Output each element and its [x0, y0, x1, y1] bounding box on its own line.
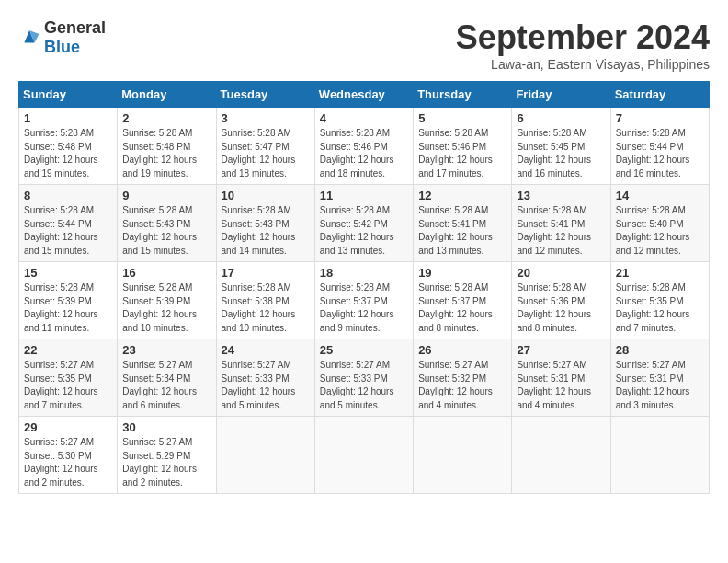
- table-row: [414, 417, 512, 494]
- day-detail: Sunrise: 5:27 AMSunset: 5:34 PMDaylight:…: [122, 360, 197, 410]
- table-row: 2Sunrise: 5:28 AMSunset: 5:48 PMDaylight…: [118, 108, 216, 185]
- table-row: 28Sunrise: 5:27 AMSunset: 5:31 PMDayligh…: [610, 339, 709, 417]
- day-detail: Sunrise: 5:28 AMSunset: 5:46 PMDaylight:…: [320, 128, 394, 178]
- calendar-row: 22Sunrise: 5:27 AMSunset: 5:35 PMDayligh…: [19, 339, 710, 417]
- col-saturday: Saturday: [610, 82, 709, 108]
- day-detail: Sunrise: 5:27 AMSunset: 5:30 PMDaylight:…: [24, 437, 98, 488]
- day-number: 15: [24, 266, 112, 280]
- table-row: 21Sunrise: 5:28 AMSunset: 5:35 PMDayligh…: [610, 262, 709, 339]
- day-number: 20: [517, 266, 605, 280]
- table-row: 18Sunrise: 5:28 AMSunset: 5:37 PMDayligh…: [314, 262, 413, 339]
- day-detail: Sunrise: 5:28 AMSunset: 5:45 PMDaylight:…: [517, 128, 591, 178]
- table-row: [314, 417, 413, 494]
- day-number: 29: [24, 420, 112, 434]
- col-thursday: Thursday: [414, 82, 512, 108]
- day-detail: Sunrise: 5:28 AMSunset: 5:36 PMDaylight:…: [517, 282, 591, 333]
- day-detail: Sunrise: 5:28 AMSunset: 5:39 PMDaylight:…: [24, 282, 98, 333]
- day-number: 11: [320, 189, 408, 202]
- logo: General Blue: [18, 18, 106, 57]
- day-number: 22: [24, 343, 112, 357]
- day-number: 16: [122, 266, 210, 280]
- day-number: 26: [418, 343, 506, 357]
- day-number: 17: [222, 266, 310, 280]
- table-row: 1Sunrise: 5:28 AMSunset: 5:48 PMDaylight…: [19, 108, 118, 185]
- col-wednesday: Wednesday: [314, 82, 413, 108]
- table-row: 9Sunrise: 5:28 AMSunset: 5:43 PMDaylight…: [118, 185, 216, 262]
- day-detail: Sunrise: 5:28 AMSunset: 5:37 PMDaylight:…: [418, 282, 493, 333]
- day-number: 19: [418, 266, 506, 280]
- table-row: 14Sunrise: 5:28 AMSunset: 5:40 PMDayligh…: [610, 185, 709, 262]
- day-detail: Sunrise: 5:28 AMSunset: 5:41 PMDaylight:…: [418, 205, 493, 256]
- day-detail: Sunrise: 5:28 AMSunset: 5:48 PMDaylight:…: [24, 128, 98, 178]
- calendar-table: Sunday Monday Tuesday Wednesday Thursday…: [18, 81, 710, 494]
- day-detail: Sunrise: 5:28 AMSunset: 5:47 PMDaylight:…: [222, 128, 296, 178]
- table-row: 8Sunrise: 5:28 AMSunset: 5:44 PMDaylight…: [19, 185, 118, 262]
- table-row: 24Sunrise: 5:27 AMSunset: 5:33 PMDayligh…: [216, 339, 314, 417]
- location-subtitle: Lawa-an, Eastern Visayas, Philippines: [456, 57, 710, 72]
- day-number: 24: [222, 343, 310, 357]
- day-number: 2: [122, 111, 210, 125]
- table-row: 3Sunrise: 5:28 AMSunset: 5:47 PMDaylight…: [216, 108, 314, 185]
- day-number: 25: [320, 343, 408, 357]
- day-detail: Sunrise: 5:28 AMSunset: 5:35 PMDaylight:…: [616, 282, 690, 333]
- table-row: 22Sunrise: 5:27 AMSunset: 5:35 PMDayligh…: [19, 339, 118, 417]
- table-row: 10Sunrise: 5:28 AMSunset: 5:43 PMDayligh…: [216, 185, 314, 262]
- day-number: 14: [616, 189, 704, 202]
- col-monday: Monday: [118, 82, 216, 108]
- day-detail: Sunrise: 5:28 AMSunset: 5:37 PMDaylight:…: [320, 282, 394, 333]
- table-row: 7Sunrise: 5:28 AMSunset: 5:44 PMDaylight…: [610, 108, 709, 185]
- month-title: September 2024: [456, 18, 710, 57]
- table-row: 23Sunrise: 5:27 AMSunset: 5:34 PMDayligh…: [118, 339, 216, 417]
- day-detail: Sunrise: 5:28 AMSunset: 5:41 PMDaylight:…: [517, 205, 591, 256]
- day-detail: Sunrise: 5:28 AMSunset: 5:44 PMDaylight:…: [24, 205, 98, 256]
- table-row: 16Sunrise: 5:28 AMSunset: 5:39 PMDayligh…: [118, 262, 216, 339]
- table-row: 13Sunrise: 5:28 AMSunset: 5:41 PMDayligh…: [512, 185, 610, 262]
- day-number: 18: [320, 266, 408, 280]
- day-number: 1: [24, 111, 112, 125]
- table-row: 20Sunrise: 5:28 AMSunset: 5:36 PMDayligh…: [512, 262, 610, 339]
- calendar-row: 8Sunrise: 5:28 AMSunset: 5:44 PMDaylight…: [19, 185, 710, 262]
- table-row: 19Sunrise: 5:28 AMSunset: 5:37 PMDayligh…: [414, 262, 512, 339]
- day-detail: Sunrise: 5:27 AMSunset: 5:33 PMDaylight:…: [222, 360, 296, 410]
- table-row: [610, 417, 709, 494]
- day-number: 28: [616, 343, 704, 357]
- day-detail: Sunrise: 5:27 AMSunset: 5:31 PMDaylight:…: [517, 360, 591, 410]
- logo-blue: Blue: [44, 38, 80, 56]
- calendar-row: 1Sunrise: 5:28 AMSunset: 5:48 PMDaylight…: [19, 108, 710, 185]
- day-detail: Sunrise: 5:28 AMSunset: 5:38 PMDaylight:…: [222, 282, 296, 333]
- day-detail: Sunrise: 5:28 AMSunset: 5:39 PMDaylight:…: [122, 282, 197, 333]
- col-sunday: Sunday: [19, 82, 118, 108]
- table-row: 4Sunrise: 5:28 AMSunset: 5:46 PMDaylight…: [314, 108, 413, 185]
- title-area: September 2024 Lawa-an, Eastern Visayas,…: [456, 18, 710, 72]
- table-row: 6Sunrise: 5:28 AMSunset: 5:45 PMDaylight…: [512, 108, 610, 185]
- day-detail: Sunrise: 5:28 AMSunset: 5:44 PMDaylight:…: [616, 128, 690, 178]
- table-row: 29Sunrise: 5:27 AMSunset: 5:30 PMDayligh…: [19, 417, 118, 494]
- table-row: [216, 417, 314, 494]
- day-number: 30: [122, 420, 210, 434]
- day-detail: Sunrise: 5:27 AMSunset: 5:35 PMDaylight:…: [24, 360, 98, 410]
- day-detail: Sunrise: 5:27 AMSunset: 5:32 PMDaylight:…: [418, 360, 493, 410]
- col-tuesday: Tuesday: [216, 82, 314, 108]
- day-number: 23: [122, 343, 210, 357]
- day-number: 10: [222, 189, 310, 202]
- table-row: 25Sunrise: 5:27 AMSunset: 5:33 PMDayligh…: [314, 339, 413, 417]
- day-number: 9: [122, 189, 210, 202]
- day-detail: Sunrise: 5:27 AMSunset: 5:33 PMDaylight:…: [320, 360, 394, 410]
- day-detail: Sunrise: 5:27 AMSunset: 5:31 PMDaylight:…: [616, 360, 690, 410]
- table-row: 15Sunrise: 5:28 AMSunset: 5:39 PMDayligh…: [19, 262, 118, 339]
- day-number: 12: [418, 189, 506, 202]
- day-detail: Sunrise: 5:28 AMSunset: 5:40 PMDaylight:…: [616, 205, 690, 256]
- day-number: 5: [418, 111, 506, 125]
- day-detail: Sunrise: 5:27 AMSunset: 5:29 PMDaylight:…: [122, 437, 197, 488]
- table-row: 11Sunrise: 5:28 AMSunset: 5:42 PMDayligh…: [314, 185, 413, 262]
- header: General Blue September 2024 Lawa-an, Eas…: [18, 18, 710, 72]
- col-friday: Friday: [512, 82, 610, 108]
- header-row: Sunday Monday Tuesday Wednesday Thursday…: [19, 82, 710, 108]
- day-number: 3: [222, 111, 310, 125]
- table-row: 27Sunrise: 5:27 AMSunset: 5:31 PMDayligh…: [512, 339, 610, 417]
- day-number: 27: [517, 343, 605, 357]
- day-number: 8: [24, 189, 112, 202]
- table-row: 26Sunrise: 5:27 AMSunset: 5:32 PMDayligh…: [414, 339, 512, 417]
- day-number: 6: [517, 111, 605, 125]
- calendar-row: 15Sunrise: 5:28 AMSunset: 5:39 PMDayligh…: [19, 262, 710, 339]
